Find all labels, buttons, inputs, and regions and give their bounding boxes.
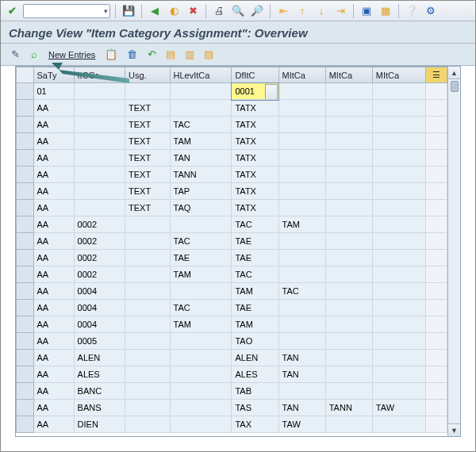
- cell-saty[interactable]: AA: [33, 283, 74, 300]
- cell-dfitc[interactable]: TATX: [232, 100, 278, 117]
- cell-hlev[interactable]: [170, 416, 232, 433]
- cell-m1[interactable]: [278, 183, 325, 200]
- cell-usg[interactable]: TEXT: [125, 200, 170, 216]
- cell-m1[interactable]: [278, 233, 325, 250]
- next-page-icon[interactable]: ↓: [313, 3, 329, 19]
- save-icon[interactable]: 💾: [121, 3, 136, 19]
- cell-usg[interactable]: [125, 366, 170, 383]
- cell-dfitc[interactable]: TAM: [232, 283, 278, 300]
- row-selector[interactable]: [17, 117, 34, 133]
- cell-m2[interactable]: [325, 350, 372, 366]
- cell-saty[interactable]: AA: [33, 333, 74, 350]
- cell-hlev[interactable]: TAE: [170, 250, 232, 266]
- cell-m3[interactable]: [372, 100, 425, 117]
- cell-usg[interactable]: [125, 316, 170, 333]
- copy-as-icon[interactable]: 📋: [102, 47, 121, 63]
- first-page-icon[interactable]: ⇤: [275, 3, 291, 19]
- cell-dfitc[interactable]: TAX: [232, 416, 278, 433]
- cell-dfitc[interactable]: ALES: [232, 366, 278, 383]
- cell-m1[interactable]: TAC: [278, 283, 325, 300]
- cell-hlev[interactable]: TAP: [170, 183, 232, 200]
- new-session-icon[interactable]: ▣: [359, 3, 374, 19]
- cell-m2[interactable]: [325, 366, 372, 383]
- row-selector[interactable]: [17, 150, 34, 167]
- vertical-scrollbar[interactable]: ▲ ▼: [447, 67, 460, 436]
- cell-dfitc[interactable]: TATX: [232, 150, 278, 167]
- cell-hlev[interactable]: [170, 216, 232, 233]
- cell-hlev[interactable]: [170, 400, 232, 416]
- cell-saty[interactable]: AA: [33, 200, 74, 216]
- cell-m1[interactable]: TAN: [278, 366, 325, 383]
- display-change-icon[interactable]: ✎: [7, 47, 23, 63]
- print-icon[interactable]: 🖨: [211, 3, 227, 19]
- cell-itcgr[interactable]: 0004: [74, 283, 125, 300]
- cell-itcgr[interactable]: 0002: [74, 266, 125, 283]
- cell-m3[interactable]: [372, 416, 425, 433]
- cell-dfitc[interactable]: TAO: [232, 333, 278, 350]
- cell-saty[interactable]: AA: [33, 167, 74, 183]
- row-selector[interactable]: [17, 316, 34, 333]
- row-selector[interactable]: [17, 100, 34, 117]
- cell-m2[interactable]: [325, 117, 372, 133]
- cell-m3[interactable]: [372, 366, 425, 383]
- scroll-thumb[interactable]: [451, 81, 459, 92]
- cell-usg[interactable]: TEXT: [125, 117, 170, 133]
- cell-saty[interactable]: AA: [33, 400, 74, 416]
- cell-itcgr[interactable]: [74, 183, 125, 200]
- cell-itcgr[interactable]: [74, 117, 125, 133]
- cell-m1[interactable]: [278, 117, 325, 133]
- cell-itcgr[interactable]: BANS: [74, 400, 125, 416]
- cell-m2[interactable]: [325, 233, 372, 250]
- row-selector[interactable]: [17, 416, 34, 433]
- cell-dfitc[interactable]: TAS: [232, 400, 278, 416]
- cell-saty[interactable]: AA: [33, 266, 74, 283]
- cell-saty[interactable]: 01: [33, 83, 74, 100]
- column-header[interactable]: SaTy: [33, 67, 74, 83]
- cell-itcgr[interactable]: 0002: [74, 216, 125, 233]
- cell-m3[interactable]: [372, 233, 425, 250]
- row-selector-header[interactable]: [17, 67, 34, 83]
- cell-usg[interactable]: [125, 333, 170, 350]
- cell-usg[interactable]: [125, 300, 170, 316]
- cell-usg[interactable]: [125, 283, 170, 300]
- cell-m2[interactable]: [325, 416, 372, 433]
- cell-saty[interactable]: AA: [33, 133, 74, 150]
- select-entries-icon[interactable]: ▤: [163, 47, 178, 63]
- cell-usg[interactable]: [125, 233, 170, 250]
- cell-usg[interactable]: TEXT: [125, 183, 170, 200]
- cell-itcgr[interactable]: 0002: [74, 233, 125, 250]
- cell-usg[interactable]: [125, 266, 170, 283]
- column-header[interactable]: MItCa: [372, 67, 425, 83]
- cell-itcgr[interactable]: 0005: [74, 333, 125, 350]
- cell-m1[interactable]: TAN: [278, 350, 325, 366]
- last-page-icon[interactable]: ⇥: [332, 3, 348, 19]
- cell-dfitc[interactable]: TAE: [232, 300, 278, 316]
- cell-m1[interactable]: TAW: [278, 416, 325, 433]
- column-header[interactable]: MItCa: [325, 67, 372, 83]
- cell-dfitc[interactable]: TATX: [232, 167, 278, 183]
- row-selector[interactable]: [17, 233, 34, 250]
- cell-m3[interactable]: [372, 133, 425, 150]
- cell-m2[interactable]: [325, 200, 372, 216]
- select-all-icon[interactable]: ⌕: [26, 47, 42, 63]
- ok-icon[interactable]: ✔: [4, 3, 20, 19]
- cell-itcgr[interactable]: 0004: [74, 300, 125, 316]
- cell-dfitc[interactable]: TAE: [232, 250, 278, 266]
- cell-usg[interactable]: [125, 83, 170, 100]
- cell-hlev[interactable]: [170, 333, 232, 350]
- cell-m3[interactable]: [372, 333, 425, 350]
- cell-itcgr[interactable]: [74, 200, 125, 216]
- cell-m1[interactable]: TAN: [278, 400, 325, 416]
- cell-m3[interactable]: [372, 167, 425, 183]
- cell-m1[interactable]: [278, 250, 325, 266]
- row-selector[interactable]: [17, 183, 34, 200]
- cell-itcgr[interactable]: BANC: [74, 383, 125, 400]
- cell-usg[interactable]: [125, 216, 170, 233]
- cell-m1[interactable]: [278, 300, 325, 316]
- cell-usg[interactable]: [125, 400, 170, 416]
- cell-hlev[interactable]: [170, 283, 232, 300]
- cell-dfitc[interactable]: TAB: [232, 383, 278, 400]
- cell-m1[interactable]: [278, 167, 325, 183]
- cell-usg[interactable]: TEXT: [125, 133, 170, 150]
- cell-dfitc[interactable]: TATX: [232, 117, 278, 133]
